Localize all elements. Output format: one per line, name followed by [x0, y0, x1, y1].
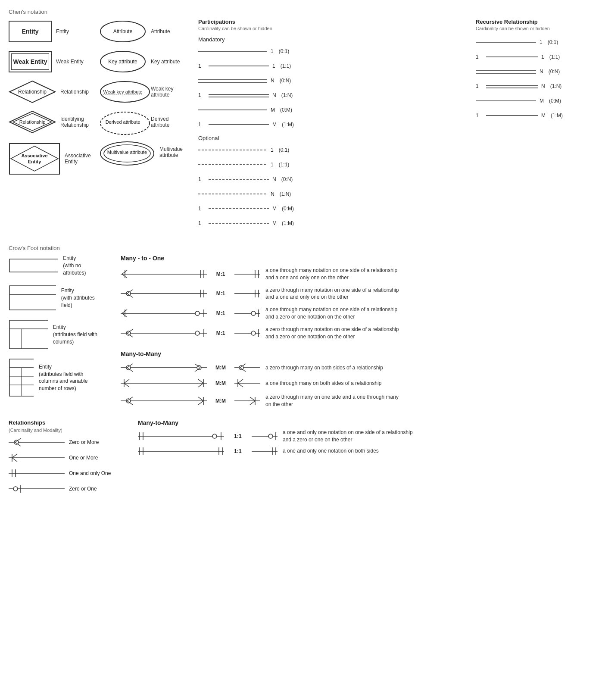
crow-m1-row1: M:1 a one through many notation on one s…: [121, 267, 596, 281]
svg-line-120: [12, 458, 17, 462]
weak-key-attribute-item: Weak key attribute Weak key attribute: [99, 79, 185, 105]
rel-zero-or-one-label: Zero or One: [69, 485, 97, 493]
svg-line-101: [238, 383, 243, 387]
svg-point-78: [251, 331, 256, 335]
crows-title: Crow's Foot notation: [9, 245, 596, 251]
crow-mm-2-svg: [121, 378, 207, 388]
recursive-11-svg: [486, 53, 538, 61]
multivalue-attribute-text-label: Multivalue attribute: [159, 146, 185, 158]
optional-11-svg: [198, 160, 267, 169]
recursive-1N-svg: [486, 82, 538, 91]
mandatory-11-right: 1: [272, 63, 275, 69]
part-mandatory-0M: M (0:M): [198, 104, 467, 116]
crows-section: Crow's Foot notation Entity(with no attr…: [9, 245, 596, 499]
crow-m1-1-desc: a one through many notation on one side …: [265, 267, 403, 281]
rel-one-or-more-item: One or More: [9, 453, 121, 463]
optional-11-right: 1: [271, 162, 274, 168]
key-attribute-shape-label: Key attribute: [108, 59, 137, 65]
crows-entity-1-svg: [9, 255, 58, 276]
crow-11-1-svg: [138, 431, 224, 441]
crow-mm-3-desc: a zero through many on one side and a on…: [265, 394, 403, 408]
crow-mm-row2: M:M a one through many on both sides of …: [121, 378, 596, 388]
part-optional-01: 1 (0:1): [198, 144, 467, 156]
recursive-0M-right: M: [540, 98, 544, 104]
participations-subtitle: Cardinality can be shown or hidden: [198, 26, 467, 31]
crow-m1-1-right-svg: [234, 269, 260, 279]
derived-attribute-item: Derived attribute Derived attribute: [99, 109, 185, 135]
key-attribute-text-label: Key attribute: [151, 59, 180, 65]
main-container: Chen's notation Entity Entity Weak Entit…: [9, 9, 596, 499]
rel-zero-or-more-svg: [9, 437, 65, 447]
svg-point-84: [197, 366, 201, 370]
mandatory-01-right: 1: [271, 48, 274, 54]
crows-rel-subtitle: (Cardinality and Modality): [9, 428, 121, 433]
weak-entity-item: Weak Entity Weak Entity: [9, 49, 90, 75]
crow-m1-2-right-svg: [234, 288, 260, 299]
crow-m1-2-desc: a zero through many notation on one side…: [265, 287, 403, 301]
part-optional-0M: 1 M (0:M): [198, 203, 467, 215]
relationship-text-label: Relationship: [60, 89, 89, 95]
recursive-0N-right: N: [540, 69, 543, 75]
id-relationship-text-label: Identifying Relationship: [60, 116, 90, 128]
crows-top-row: Entity(with no attributes) Entity(with a…: [9, 255, 596, 411]
svg-line-100: [238, 379, 243, 383]
crow-m1-3-svg: [121, 308, 207, 319]
optional-0M-left: 1: [198, 206, 205, 212]
rel-one-only-svg: [9, 468, 65, 478]
recursive-1M-svg: [486, 111, 538, 120]
optional-1M-left: 1: [198, 220, 205, 226]
many-to-many2-title: Many-to-Many: [138, 419, 596, 426]
optional-01-code: (0:1): [279, 147, 290, 153]
svg-line-63: [122, 309, 127, 313]
mandatory-01-code: (0:1): [279, 48, 290, 54]
relationship-item: Relationship Relationship: [9, 79, 90, 105]
crows-right-column: Many - to - One M:1: [121, 255, 596, 411]
svg-point-66: [195, 311, 200, 316]
optional-11-code: (1:1): [279, 162, 290, 168]
crow-11-2-desc: a one and only one notation on both side…: [283, 447, 379, 455]
crow-11-1-right-svg: [252, 431, 278, 441]
mandatory-1N-left: 1: [198, 92, 205, 98]
crow-11-row1: 1:1 a one and only one notation on one s…: [138, 429, 596, 444]
crow-11-2-svg: [138, 446, 224, 456]
crow-m1-2-svg: [121, 288, 207, 299]
part-optional-11: 1 (1:1): [198, 159, 467, 171]
rel-one-or-more-label: One or More: [69, 454, 98, 462]
entity-shape: Entity: [9, 21, 52, 42]
crows-rel-title: Relationships: [9, 419, 121, 426]
crow-m1-row2: M:1 a zero through many notation on one …: [121, 287, 596, 301]
svg-point-72: [126, 331, 131, 335]
optional-0N-right: N: [272, 176, 276, 182]
key-attribute-item: Key attribute Key attribute: [99, 49, 185, 75]
part-optional-0N: 1 N (0:N): [198, 173, 467, 185]
rel-one-only-item: One and only One: [9, 468, 121, 478]
svg-point-69: [251, 311, 256, 316]
crow-mm-3-label: M:M: [212, 398, 229, 404]
svg-line-97: [198, 383, 203, 387]
weak-entity-label: Weak Entity: [13, 58, 47, 65]
crow-m1-row3: M:1 a one through many notation on one s…: [121, 306, 596, 321]
crows-entity-4-item: Entity(attributes field with columns and…: [9, 358, 103, 397]
part-mandatory-01: 1 (0:1): [198, 45, 467, 57]
multivalue-attribute-item: Multivalue attribute Multivalue attribut…: [99, 139, 185, 165]
crows-11-section: Many-to-Many 1:1: [138, 419, 596, 459]
entity-item: Entity Entity: [9, 19, 90, 44]
optional-0N-code: (0:N): [281, 176, 293, 182]
svg-line-119: [12, 454, 17, 458]
assoc-entity-shape: AssociativeEntity: [9, 143, 60, 175]
chens-row: Entity Entity Weak Entity Weak Entity: [9, 19, 596, 232]
crow-m1-3-label: M:1: [212, 310, 229, 316]
mandatory-0N-code: (0:N): [280, 78, 291, 84]
key-attribute-shape: Key attribute: [99, 50, 147, 74]
many-to-one-title: Many - to - One: [121, 255, 596, 262]
optional-1N-code: (1:N): [280, 191, 291, 197]
mandatory-1N-svg: [209, 91, 269, 100]
derived-attribute-text-label: Derived attribute: [151, 116, 185, 128]
crow-mm-2-label: M:M: [212, 380, 229, 386]
crow-mm-3-right-svg: [234, 396, 260, 406]
chens-middle-column: Attribute Attribute Key attribute Key at…: [90, 19, 185, 165]
weak-key-attribute-shape-label: Weak key attribute: [103, 89, 143, 94]
recursive-1N: 1 N (1:N): [476, 80, 596, 92]
recursive-1M-code: (1:M): [551, 112, 563, 119]
optional-1N-right: N: [271, 191, 274, 197]
